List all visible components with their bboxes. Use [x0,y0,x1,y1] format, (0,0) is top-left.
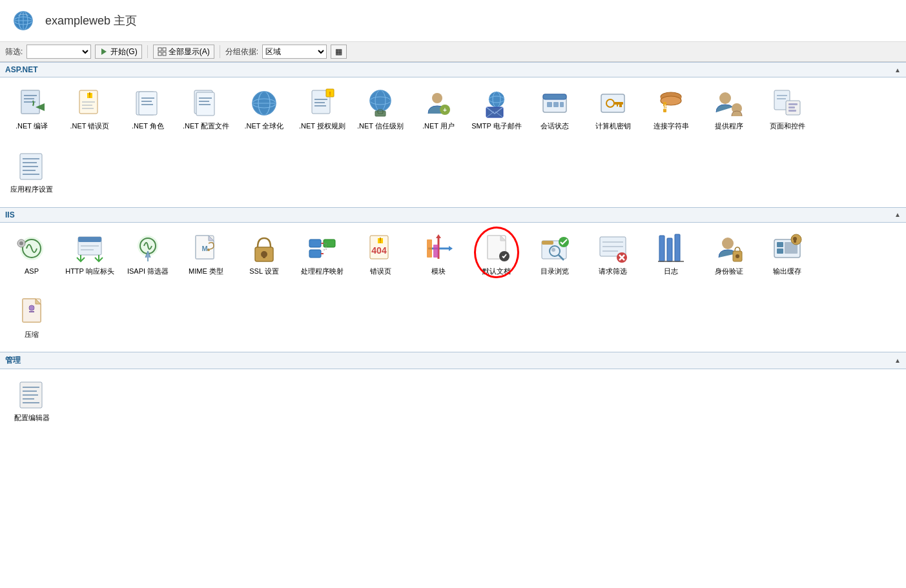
svg-rect-150 [777,248,783,254]
iis-title: IIS [5,210,15,219]
svg-rect-142 [667,238,672,261]
mime-label: MIME 类型 [189,267,223,276]
aspnet-header: ASP.NET ▲ [0,62,906,77]
app-settings-item[interactable]: 应用程序设置 [3,146,61,199]
svg-rect-79 [788,103,798,105]
mime-item[interactable]: M MIME 类型 [177,228,235,281]
svg-point-132 [551,248,555,252]
net-global-label: .NET 全球化 [245,121,284,130]
isapi-label: ISAPI 筛选器 [127,267,169,276]
net-config-item[interactable]: .NET 配置文件 [177,83,235,136]
svg-point-145 [722,238,734,249]
provider-label: 提供程序 [715,121,743,130]
conn-string-item[interactable]: ab 连接字符串 [642,83,700,136]
net-trust-item[interactable]: .NET 信任级别 [351,83,409,136]
output-cache-item[interactable]: 输出缓存 [758,228,816,281]
manage-collapse[interactable]: ▲ [894,357,901,364]
net-role-label: .NET 角色 [132,121,164,130]
manage-title: 管理 [5,355,21,366]
svg-point-147 [736,254,739,258]
output-cache-label: 输出缓存 [773,267,801,276]
svg-rect-122 [427,239,432,258]
filter-dropdown[interactable] [26,45,91,59]
toolbar: 筛选: 开始(G) 全部显示(A) 分组依据: 区域 ▦ [0,42,906,62]
net-global-item[interactable]: .NET 全球化 [235,83,293,136]
machine-key-label: 计算机密钥 [595,121,631,130]
session-item[interactable]: 会话状态 [526,83,584,136]
svg-rect-129 [542,241,553,245]
svg-rect-9 [158,52,161,56]
modules-item[interactable]: 模块 [409,228,468,281]
dir-browse-item[interactable]: 目录浏览 [526,228,584,281]
view-button[interactable]: ▦ [331,45,347,59]
play-icon [99,47,108,56]
svg-text:!: ! [88,92,90,99]
net-user-item[interactable]: + .NET 用户 [409,83,468,136]
http-response-label: HTTP 响应标头 [65,267,114,276]
svg-text:ab: ab [661,104,668,110]
error-page-item[interactable]: ! 404 错误页 [351,228,409,281]
grid-icon [158,47,167,56]
smtp-item[interactable]: SMTP 电子邮件 [468,83,526,136]
net-compile-item[interactable]: .NET 编译 [3,83,61,136]
svg-marker-119 [449,246,453,251]
svg-rect-110 [324,239,335,247]
compress-item[interactable]: 压缩 [3,291,61,344]
asp-item[interactable]: ASP [3,228,61,281]
http-response-item[interactable]: HTTP 响应标头 [61,228,119,281]
modules-label: 模块 [431,267,446,276]
handler-label: 处理程序映射 [301,267,344,276]
config-editor-label: 配置编辑器 [14,413,50,422]
auth-label: 身份验证 [715,267,743,276]
net-config-label: .NET 配置文件 [183,121,229,130]
net-auth-label: .NET 授权规则 [299,121,345,130]
req-filter-item[interactable]: 请求筛选 [584,228,642,281]
log-label: 日志 [664,267,678,276]
machine-key-item[interactable]: 计算机密钥 [584,83,642,136]
svg-rect-8 [163,48,166,51]
iis-collapse[interactable]: ▲ [894,211,901,218]
svg-text:M: M [201,245,207,252]
auth-item[interactable]: 身份验证 [700,228,758,281]
isapi-item[interactable]: ISAPI 筛选器 [119,228,177,281]
svg-marker-6 [101,48,107,55]
svg-marker-121 [436,234,441,238]
dir-browse-label: 目录浏览 [541,267,569,276]
net-auth-item[interactable]: ! .NET 授权规则 [293,83,351,136]
svg-text:404: 404 [371,245,387,256]
svg-rect-123 [433,245,438,258]
svg-rect-109 [309,239,321,247]
error-page-label: 错误页 [370,267,391,276]
config-editor-item[interactable]: 配置编辑器 [3,374,61,427]
svg-rect-59 [543,94,566,99]
svg-point-49 [432,93,442,103]
svg-rect-66 [619,105,622,107]
svg-point-160 [29,305,34,310]
svg-rect-28 [196,92,214,116]
aspnet-collapse[interactable]: ▲ [894,66,901,74]
svg-rect-10 [163,52,166,56]
conn-string-label: 连接字符串 [654,121,689,130]
net-error-item[interactable]: ! .NET 错误页 [61,83,119,136]
group-by-dropdown[interactable]: 区域 [262,45,327,59]
show-all-button[interactable]: 全部显示(A) [153,45,214,59]
default-doc-item[interactable]: 默认文档 [468,228,526,281]
svg-text:!: ! [329,90,331,97]
manage-header: 管理 ▲ [0,352,906,369]
iis-grid: ASP HTTP 响应标头 [0,223,906,286]
session-label: 会话状态 [541,121,569,130]
ssl-item[interactable]: SSL 设置 [235,228,293,281]
net-error-label: .NET 错误页 [70,121,110,130]
aspnet-grid2: 应用程序设置 [0,141,906,204]
svg-text:+: + [443,106,447,114]
page-title: exampleweb 主页 [45,13,137,28]
asp-label: ASP [25,267,39,276]
page-control-item[interactable]: 页面和控件 [758,83,816,136]
handler-item[interactable]: 处理程序映射 [293,228,351,281]
group-by-label: 分组依据: [225,46,258,57]
net-role-item[interactable]: .NET 角色 [119,83,177,136]
log-item[interactable]: 日志 [642,228,700,281]
separator2 [220,45,220,58]
provider-item[interactable]: 提供程序 [700,83,758,136]
start-button[interactable]: 开始(G) [95,45,141,59]
